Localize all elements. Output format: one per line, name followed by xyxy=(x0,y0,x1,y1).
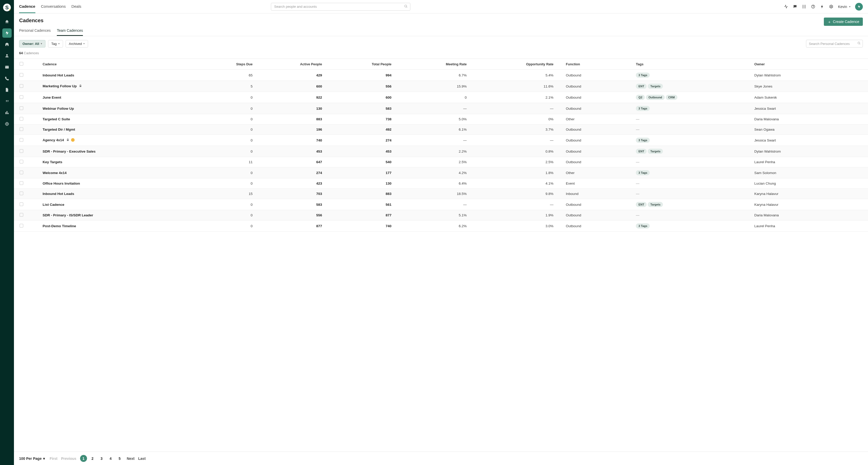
tag-pill[interactable]: ENT xyxy=(636,202,647,207)
tag-pill[interactable]: ENT xyxy=(636,149,647,154)
cadence-name[interactable]: Webinar Follow Up xyxy=(40,103,197,114)
settings-icon[interactable] xyxy=(829,4,833,9)
table-row[interactable]: Key Targets116475402.5%2.5%Outbound—Laur… xyxy=(14,157,868,167)
row-checkbox[interactable] xyxy=(20,149,23,153)
nav-accounts-icon[interactable] xyxy=(2,40,11,49)
quick-action-button[interactable] xyxy=(855,3,863,10)
row-checkbox[interactable] xyxy=(20,73,23,77)
table-row[interactable]: SDR - Primary - Executive Sales04534532.… xyxy=(14,146,868,157)
page-number[interactable]: 4 xyxy=(107,455,114,462)
row-checkbox[interactable] xyxy=(20,203,23,206)
page-number[interactable]: 3 xyxy=(98,455,105,462)
row-checkbox[interactable] xyxy=(20,181,23,185)
col-meeting[interactable]: Meeting Rate xyxy=(394,59,469,70)
tag-pill[interactable]: Targets xyxy=(648,202,663,207)
nav-home-icon[interactable] xyxy=(2,17,11,26)
table-row[interactable]: Agency 4x140740274——Outbound3 TagsJessic… xyxy=(14,135,868,146)
row-checkbox[interactable] xyxy=(20,117,23,121)
apps-icon[interactable] xyxy=(802,4,806,9)
nav-cadence-icon[interactable] xyxy=(2,28,11,38)
col-cadence[interactable]: Cadence xyxy=(40,59,197,70)
cadence-name[interactable]: SDR - Primary - IS/SDR Leader xyxy=(40,210,197,220)
topnav-item[interactable]: Cadence xyxy=(19,0,35,13)
pager-last[interactable]: Last xyxy=(138,457,146,461)
create-cadence-button[interactable]: ＋ Create Cadence xyxy=(824,18,863,26)
subtab[interactable]: Team Cadences xyxy=(57,28,83,36)
cadence-name[interactable]: Inbound Hot Leads xyxy=(40,189,197,199)
cadence-name[interactable]: SDR - Primary - Executive Sales xyxy=(40,146,197,157)
cadence-name[interactable]: Agency 4x14 xyxy=(40,135,197,146)
col-tags[interactable]: Tags xyxy=(631,59,752,70)
table-row[interactable]: Targeted C Suite08837385.0%0%Other—Daria… xyxy=(14,114,868,124)
tag-pill[interactable]: 3 Tags xyxy=(636,223,650,228)
row-checkbox[interactable] xyxy=(20,95,23,99)
tag-pill[interactable]: 3 Tags xyxy=(636,137,650,143)
row-checkbox[interactable] xyxy=(20,192,23,195)
tag-pill[interactable]: Targets xyxy=(648,84,663,89)
help-icon[interactable] xyxy=(811,4,815,9)
cadence-name[interactable]: Post-Demo Timeline xyxy=(40,220,197,231)
nav-templates-icon[interactable] xyxy=(2,85,11,94)
table-row[interactable]: Targeted Dir / Mgmt01964926.1%3.7%Outbou… xyxy=(14,124,868,135)
pager-next[interactable]: Next xyxy=(127,457,134,461)
nav-people-icon[interactable] xyxy=(2,51,11,60)
cadence-name[interactable]: June Event xyxy=(40,92,197,103)
cadence-name[interactable]: Targeted Dir / Mgmt xyxy=(40,124,197,135)
cadence-search-input[interactable] xyxy=(806,40,863,48)
tag-pill[interactable]: Targets xyxy=(648,149,663,154)
tag-pill[interactable]: ENT xyxy=(636,84,647,89)
tag-pill[interactable]: Q2 xyxy=(636,95,645,100)
nav-analytics-icon[interactable] xyxy=(2,108,11,117)
tag-pill[interactable]: CRM xyxy=(666,95,677,100)
brand-logo[interactable]: S xyxy=(3,4,11,11)
subtab[interactable]: Personal Cadences xyxy=(19,28,51,36)
nav-email-icon[interactable] xyxy=(2,62,11,72)
col-owner[interactable]: Owner xyxy=(752,59,868,70)
owner-filter[interactable]: Owner: All ▾ xyxy=(19,40,45,48)
row-checkbox[interactable] xyxy=(20,106,23,110)
table-row[interactable]: Webinar Follow Up0130583——Outbound3 Tags… xyxy=(14,103,868,114)
cadence-name[interactable]: Inbound Hot Leads xyxy=(40,70,197,81)
col-total[interactable]: Total People xyxy=(324,59,394,70)
col-steps[interactable]: Steps Due xyxy=(197,59,255,70)
topnav-item[interactable]: Deals xyxy=(71,0,81,13)
row-checkbox[interactable] xyxy=(20,127,23,131)
tag-pill[interactable]: 3 Tags xyxy=(636,170,650,175)
cadence-name[interactable]: Targeted C Suite xyxy=(40,114,197,124)
table-row[interactable]: SDR - Primary - IS/SDR Leader05568775.1%… xyxy=(14,210,868,220)
tag-pill[interactable]: Outbound xyxy=(646,95,665,100)
nav-quotes-icon[interactable] xyxy=(2,97,11,106)
table-row[interactable]: Post-Demo Timeline08777406.2%3.0%Outboun… xyxy=(14,220,868,231)
pager-prev[interactable]: Previous xyxy=(61,457,76,461)
page-number[interactable]: 5 xyxy=(116,455,123,462)
row-checkbox[interactable] xyxy=(20,213,23,217)
chat-icon[interactable] xyxy=(793,4,797,9)
nav-calls-icon[interactable] xyxy=(2,74,11,83)
bolt-icon[interactable] xyxy=(820,4,824,9)
cadence-name[interactable]: Office Hours Invitation xyxy=(40,178,197,189)
table-row[interactable]: Welcome 4x1402741774.2%1.8%Other3 TagsSa… xyxy=(14,167,868,178)
table-row[interactable]: List Cadence0583561——OutboundENTTargetsK… xyxy=(14,199,868,210)
user-menu[interactable]: Kevin ▾ xyxy=(838,5,850,9)
cadence-name[interactable]: Marketing Follow Up xyxy=(40,81,197,92)
select-all-checkbox[interactable] xyxy=(20,62,23,66)
row-checkbox[interactable] xyxy=(20,170,23,174)
archived-filter[interactable]: Archived ▾ xyxy=(66,40,88,48)
tag-pill[interactable]: 3 Tags xyxy=(636,72,650,78)
tag-pill[interactable]: 3 Tags xyxy=(636,106,650,111)
row-checkbox[interactable] xyxy=(20,224,23,227)
tag-filter[interactable]: Tag ▾ xyxy=(48,40,63,48)
col-function[interactable]: Function xyxy=(556,59,631,70)
table-row[interactable]: Marketing Follow Up560055615.9%11.6%Outb… xyxy=(14,81,868,92)
col-opp[interactable]: Opportunity Rate xyxy=(469,59,556,70)
per-page-select[interactable]: 100 Per Page ▾ xyxy=(19,457,45,461)
pager-first[interactable]: First xyxy=(50,457,57,461)
row-checkbox[interactable] xyxy=(20,138,23,142)
row-checkbox[interactable] xyxy=(20,160,23,163)
activity-icon[interactable] xyxy=(784,4,788,9)
topnav-item[interactable]: Conversations xyxy=(41,0,66,13)
cadence-name[interactable]: Key Targets xyxy=(40,157,197,167)
table-row[interactable]: Inbound Hot Leads1570388318.5%9.8%Inboun… xyxy=(14,189,868,199)
table-row[interactable]: Office Hours Invitation04231306.4%4.1%Ev… xyxy=(14,178,868,189)
global-search-input[interactable] xyxy=(271,3,410,10)
